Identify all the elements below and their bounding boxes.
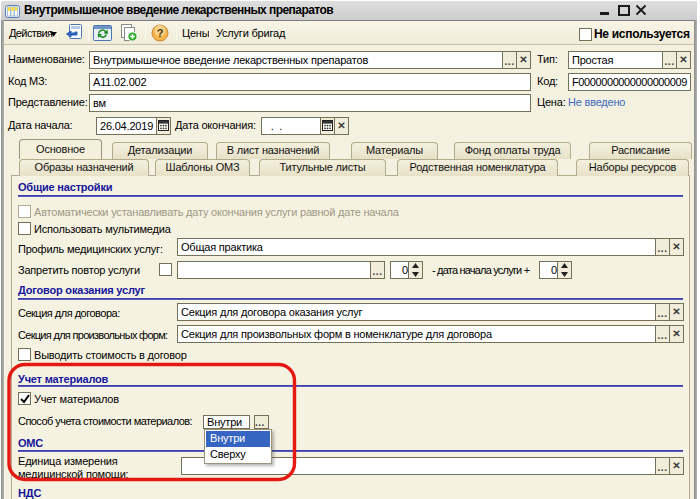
svg-text:?: ? [157, 27, 164, 39]
